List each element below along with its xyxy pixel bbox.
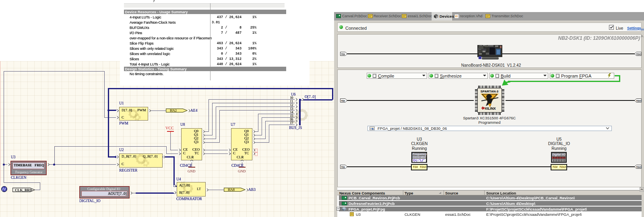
svg-text:HA2: HA2 — [170, 108, 177, 113]
svg-text:TDI: TDI — [341, 100, 345, 102]
svg-text:TDI: TDI — [341, 53, 345, 55]
svg-text:TDO: TDO — [636, 100, 641, 102]
svg-text:CLK_BRD: CLK_BRD — [15, 188, 33, 192]
svg-text:XILINX: XILINX — [485, 106, 496, 111]
svg-text:TDI: TDI — [341, 166, 345, 168]
svg-text:SPARTAN-3: SPARTAN-3 — [481, 90, 499, 93]
svg-text:TDO: TDO — [636, 166, 641, 168]
svg-text:TDO: TDO — [636, 53, 641, 55]
svg-text:HA8: HA8 — [228, 188, 235, 192]
